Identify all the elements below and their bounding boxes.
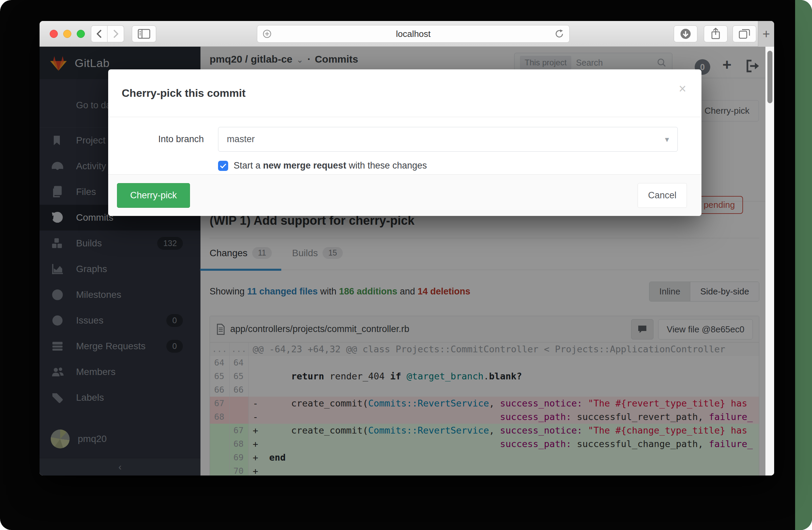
merge-request-checkbox-row: Start a new merge request with these cha…	[218, 161, 688, 171]
download-icon	[680, 28, 692, 40]
new-tab-button[interactable]: +	[758, 21, 774, 47]
modal-footer: Cherry-pick Cancel	[108, 174, 701, 216]
branch-row: Into branch master ▾	[122, 127, 678, 152]
browser-toolbar: localhost	[40, 21, 774, 47]
tabs-icon	[738, 28, 751, 40]
desktop-wallpaper	[795, 0, 812, 530]
share-icon	[710, 27, 721, 40]
chevron-right-icon	[111, 28, 121, 40]
checkbox-label: Start a new merge request with these cha…	[234, 161, 427, 171]
merge-request-checkbox[interactable]	[218, 161, 228, 171]
close-icon[interactable]: ×	[679, 82, 686, 95]
address-bar[interactable]: localhost	[257, 25, 570, 43]
branch-select-value: master	[227, 134, 255, 144]
scrollbar[interactable]	[765, 47, 774, 475]
chevron-left-icon	[94, 28, 104, 40]
checkmark-icon	[220, 163, 227, 169]
sidebar-icon	[137, 28, 151, 39]
url-text: localhost	[272, 29, 554, 39]
reader-plus-icon	[262, 29, 272, 39]
tab-overview-button[interactable]	[733, 25, 756, 42]
share-button[interactable]	[704, 25, 727, 42]
scrollbar-thumb[interactable]	[767, 51, 772, 103]
back-button[interactable]	[91, 25, 107, 42]
modal-header: Cherry-pick this commit ×	[108, 69, 701, 117]
sidebar-toggle-button[interactable]	[132, 25, 156, 42]
cherry-pick-modal: Cherry-pick this commit × Into branch ma…	[108, 69, 701, 216]
close-window-button[interactable]	[50, 30, 58, 38]
into-branch-label: Into branch	[122, 134, 218, 144]
branch-select[interactable]: master ▾	[218, 127, 678, 152]
minimize-window-button[interactable]	[63, 30, 71, 38]
page-viewport: GitLab Go to dashboard Project Activity	[40, 47, 774, 475]
forward-button[interactable]	[107, 25, 124, 42]
window-controls	[50, 30, 85, 38]
cancel-button[interactable]: Cancel	[638, 183, 687, 208]
select-caret-icon: ▾	[665, 135, 669, 144]
reload-icon[interactable]	[554, 28, 565, 39]
cherry-pick-confirm-button[interactable]: Cherry-pick	[117, 183, 190, 208]
downloads-button[interactable]	[674, 25, 697, 42]
modal-title: Cherry-pick this commit	[122, 87, 245, 99]
desktop: localhost	[0, 0, 812, 530]
safari-window: localhost	[40, 21, 774, 475]
zoom-window-button[interactable]	[77, 30, 85, 38]
